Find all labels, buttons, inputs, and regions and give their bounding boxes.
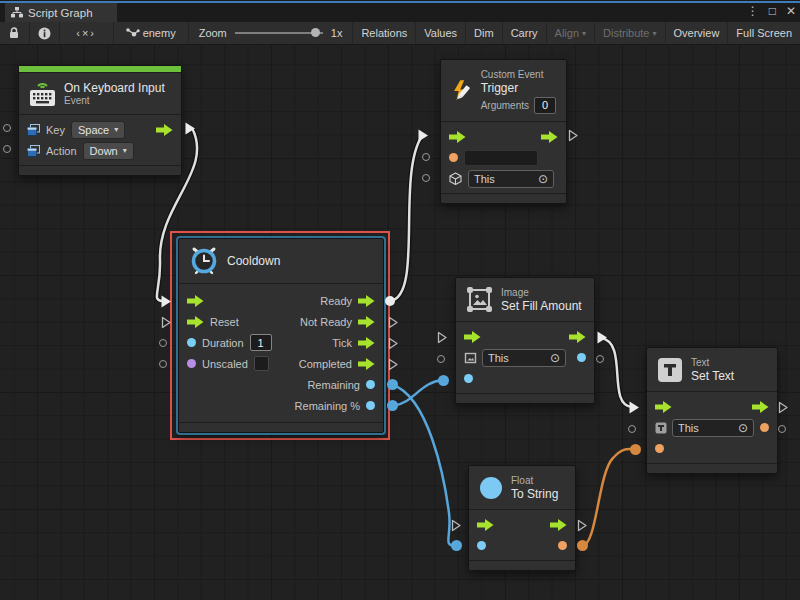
target-icon[interactable]: ⊙ xyxy=(550,352,560,364)
code-view-button[interactable]: ‹×› xyxy=(60,22,114,44)
wire-cooldown-ready-to-trigger[interactable] xyxy=(390,136,422,301)
target-icon[interactable]: ⊙ xyxy=(538,173,548,185)
target-icon[interactable]: ⊙ xyxy=(738,422,748,434)
ext-port-triangle[interactable] xyxy=(388,316,399,329)
remaining-out-port[interactable] xyxy=(366,380,375,389)
wire-remaining-to-tostring[interactable] xyxy=(393,385,456,546)
flow-in-port[interactable] xyxy=(187,295,204,307)
wire-endpoint[interactable] xyxy=(577,540,588,551)
value-out-port[interactable] xyxy=(577,353,586,362)
ext-port-circle[interactable] xyxy=(422,153,430,161)
node-set-fill-amount[interactable]: Image Set Fill Amount xyxy=(455,277,595,404)
target-object-field[interactable]: This ⊙ xyxy=(672,419,754,437)
ext-port-triangle[interactable] xyxy=(388,358,399,371)
action-dropdown[interactable]: Down ▾ xyxy=(83,142,134,160)
unscaled-checkbox[interactable] xyxy=(254,356,269,371)
completed-out-port[interactable] xyxy=(358,358,375,370)
wire-remainingpct-to-fillamount[interactable] xyxy=(393,380,443,406)
ext-port-arrow-connected[interactable] xyxy=(160,294,173,309)
node-set-text[interactable]: Text Set Text xyxy=(646,347,778,474)
values-button[interactable]: Values xyxy=(416,22,466,44)
ext-port-circle[interactable] xyxy=(596,355,604,363)
ext-port-triangle[interactable] xyxy=(568,129,579,142)
ext-port-circle[interactable] xyxy=(437,355,445,363)
ext-port-circle[interactable] xyxy=(628,425,636,433)
float-in-port[interactable] xyxy=(477,541,486,550)
key-dropdown[interactable]: Space ▾ xyxy=(71,121,125,139)
window-maximize-icon[interactable]: □ xyxy=(769,3,776,20)
zoom-slider-knob[interactable] xyxy=(311,28,320,37)
overview-button[interactable]: Overview xyxy=(666,22,729,44)
arguments-field[interactable]: 0 xyxy=(534,97,556,114)
node-on-keyboard-input[interactable]: On Keyboard Input Event Key Space xyxy=(18,65,182,176)
wire-endpoint[interactable] xyxy=(387,379,398,390)
ready-out-port[interactable] xyxy=(358,295,375,307)
node-to-string[interactable]: Float To String xyxy=(468,465,576,571)
wire-endpoint[interactable] xyxy=(438,375,449,386)
wire-tostring-to-settext[interactable] xyxy=(582,449,634,546)
dim-button[interactable]: Dim xyxy=(466,22,503,44)
duration-field[interactable]: 1 xyxy=(250,334,272,351)
flow-in-port[interactable] xyxy=(477,519,494,531)
wire-endpoint[interactable] xyxy=(630,444,641,455)
tab-script-graph[interactable]: Script Graph xyxy=(5,3,117,22)
node-trigger-custom-event[interactable]: Custom Event Trigger Arguments 0 xyxy=(440,59,567,204)
remainingpct-out-port[interactable] xyxy=(366,401,375,410)
wire-endpoint[interactable] xyxy=(451,540,462,551)
wire-endpoint[interactable] xyxy=(385,296,395,306)
fill-amount-in-port[interactable] xyxy=(464,374,473,383)
text-in-port[interactable] xyxy=(655,444,664,453)
flow-out-port[interactable] xyxy=(156,124,173,136)
lock-button[interactable] xyxy=(0,22,30,44)
full-screen-button[interactable]: Full Screen xyxy=(728,22,800,44)
flow-in-port[interactable] xyxy=(655,401,672,413)
flow-out-port[interactable] xyxy=(752,401,769,413)
flow-in-port[interactable] xyxy=(449,131,466,143)
notready-out-port[interactable] xyxy=(358,316,375,328)
carry-button[interactable]: Carry xyxy=(503,22,547,44)
window-close-icon[interactable]: ✕ xyxy=(786,3,796,20)
ext-port-triangle[interactable] xyxy=(451,519,462,532)
ext-port-arrow-connected[interactable] xyxy=(417,128,430,143)
reset-in-port[interactable] xyxy=(187,316,204,328)
wire-endpoint[interactable] xyxy=(387,400,398,411)
ext-port-circle[interactable] xyxy=(778,425,786,433)
value-in-port[interactable] xyxy=(449,153,458,162)
flow-in-port[interactable] xyxy=(464,331,481,343)
ext-port-triangle[interactable] xyxy=(388,337,399,350)
target-object-field[interactable]: This ⊙ xyxy=(468,170,554,188)
ext-port-circle[interactable] xyxy=(159,360,167,368)
duration-in-port[interactable] xyxy=(187,338,196,347)
zoom-slider[interactable] xyxy=(235,22,323,44)
flow-out-port[interactable] xyxy=(550,519,567,531)
value-out-port[interactable] xyxy=(760,423,769,432)
ext-port-arrow-connected[interactable] xyxy=(628,400,641,415)
ext-port-circle[interactable] xyxy=(3,145,11,153)
tick-out-port[interactable] xyxy=(358,337,375,349)
window-menu-icon[interactable]: ⋮ xyxy=(747,3,759,20)
node-cooldown[interactable]: Cooldown Ready xyxy=(178,238,384,433)
target-object-field[interactable]: This ⊙ xyxy=(482,349,566,367)
ext-port-arrow-connected[interactable] xyxy=(596,330,609,345)
key-port-label: Key xyxy=(46,124,65,136)
flow-out-port[interactable] xyxy=(541,131,558,143)
unscaled-in-port[interactable] xyxy=(187,359,196,368)
ext-port-circle[interactable] xyxy=(3,124,11,132)
ext-port-arrow-connected[interactable] xyxy=(184,121,197,136)
distribute-dropdown[interactable]: Distribute ▾ xyxy=(595,22,665,44)
info-button[interactable] xyxy=(30,22,60,44)
align-dropdown[interactable]: Align ▾ xyxy=(547,22,595,44)
string-out-port[interactable] xyxy=(558,541,567,550)
ext-port-triangle[interactable] xyxy=(437,331,448,344)
graph-reference[interactable]: enemy xyxy=(114,22,189,44)
wire-image-to-settext[interactable] xyxy=(601,338,632,407)
ext-port-triangle[interactable] xyxy=(778,401,789,414)
flow-out-port[interactable] xyxy=(569,331,586,343)
event-name-field[interactable] xyxy=(464,150,538,166)
ext-port-triangle[interactable] xyxy=(161,316,172,329)
graph-canvas[interactable]: On Keyboard Input Event Key Space xyxy=(0,45,800,600)
ext-port-circle[interactable] xyxy=(159,339,167,347)
relations-button[interactable]: Relations xyxy=(353,22,416,44)
ext-port-triangle[interactable] xyxy=(577,519,588,532)
ext-port-circle[interactable] xyxy=(422,174,430,182)
